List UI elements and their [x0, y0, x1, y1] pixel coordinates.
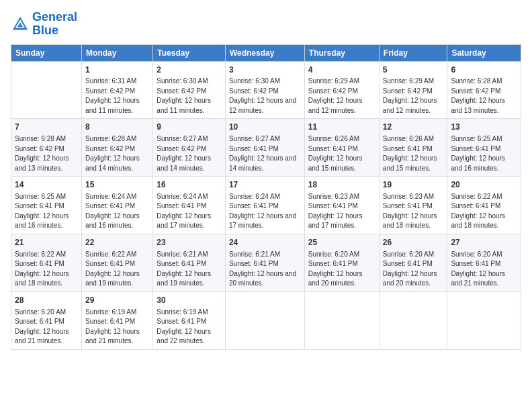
cell-details: Sunrise: 6:20 AMSunset: 6:41 PMDaylight:… [383, 250, 444, 289]
cell-details: Sunrise: 6:26 AMSunset: 6:41 PMDaylight:… [383, 134, 444, 173]
day-number: 22 [85, 237, 149, 248]
day-number: 2 [157, 64, 222, 76]
calendar-cell: 4Sunrise: 6:29 AMSunset: 6:42 PMDaylight… [304, 61, 379, 119]
cell-details: Sunrise: 6:30 AMSunset: 6:42 PMDaylight:… [229, 77, 301, 116]
calendar-cell [304, 291, 379, 349]
calendar-cell: 9Sunrise: 6:27 AMSunset: 6:42 PMDaylight… [153, 119, 226, 177]
cell-details: Sunrise: 6:28 AMSunset: 6:42 PMDaylight:… [451, 77, 517, 116]
cell-details: Sunrise: 6:24 AMSunset: 6:41 PMDaylight:… [229, 192, 301, 231]
week-row-1: 7Sunrise: 6:28 AMSunset: 6:42 PMDaylight… [11, 119, 521, 177]
calendar-cell: 6Sunrise: 6:28 AMSunset: 6:42 PMDaylight… [447, 61, 521, 119]
calendar-cell: 22Sunrise: 6:22 AMSunset: 6:41 PMDayligh… [82, 234, 153, 291]
calendar-cell: 28Sunrise: 6:20 AMSunset: 6:41 PMDayligh… [11, 291, 82, 349]
cell-details: Sunrise: 6:22 AMSunset: 6:41 PMDaylight:… [85, 250, 149, 289]
day-number: 8 [85, 122, 149, 133]
header: General Blue [11, 11, 521, 38]
day-number: 4 [308, 64, 375, 76]
calendar-cell: 25Sunrise: 6:20 AMSunset: 6:41 PMDayligh… [304, 234, 379, 291]
calendar-cell [11, 61, 82, 119]
cell-details: Sunrise: 6:22 AMSunset: 6:41 PMDaylight:… [15, 250, 78, 289]
page: General Blue SundayMondayTuesdayWednesda… [0, 0, 532, 411]
logo: General Blue [11, 11, 77, 38]
calendar-table: SundayMondayTuesdayWednesdayThursdayFrid… [11, 44, 521, 350]
week-row-3: 21Sunrise: 6:22 AMSunset: 6:41 PMDayligh… [11, 234, 521, 291]
cell-details: Sunrise: 6:19 AMSunset: 6:41 PMDaylight:… [157, 308, 222, 347]
calendar-cell: 27Sunrise: 6:20 AMSunset: 6:41 PMDayligh… [447, 234, 521, 291]
calendar-cell: 20Sunrise: 6:22 AMSunset: 6:41 PMDayligh… [447, 177, 521, 234]
cell-details: Sunrise: 6:25 AMSunset: 6:41 PMDaylight:… [451, 134, 517, 173]
week-row-4: 28Sunrise: 6:20 AMSunset: 6:41 PMDayligh… [11, 291, 521, 349]
calendar-cell: 17Sunrise: 6:24 AMSunset: 6:41 PMDayligh… [225, 177, 304, 234]
calendar-cell: 23Sunrise: 6:21 AMSunset: 6:41 PMDayligh… [153, 234, 226, 291]
calendar-cell: 5Sunrise: 6:29 AMSunset: 6:42 PMDaylight… [379, 61, 447, 119]
calendar-cell: 16Sunrise: 6:24 AMSunset: 6:41 PMDayligh… [153, 177, 226, 234]
col-header-thursday: Thursday [304, 44, 379, 61]
day-number: 7 [15, 122, 78, 133]
cell-details: Sunrise: 6:27 AMSunset: 6:41 PMDaylight:… [229, 134, 301, 173]
day-number: 27 [451, 237, 517, 248]
calendar-cell: 19Sunrise: 6:23 AMSunset: 6:41 PMDayligh… [379, 177, 447, 234]
calendar-cell [379, 291, 447, 349]
cell-details: Sunrise: 6:26 AMSunset: 6:41 PMDaylight:… [308, 134, 375, 173]
calendar-cell: 3Sunrise: 6:30 AMSunset: 6:42 PMDaylight… [225, 61, 304, 119]
calendar-cell: 15Sunrise: 6:24 AMSunset: 6:41 PMDayligh… [82, 177, 153, 234]
calendar-cell: 11Sunrise: 6:26 AMSunset: 6:41 PMDayligh… [304, 119, 379, 177]
day-number: 24 [229, 237, 301, 248]
day-number: 28 [15, 295, 78, 306]
cell-details: Sunrise: 6:24 AMSunset: 6:41 PMDaylight:… [85, 192, 149, 231]
cell-details: Sunrise: 6:28 AMSunset: 6:42 PMDaylight:… [15, 134, 78, 173]
calendar-cell: 14Sunrise: 6:25 AMSunset: 6:41 PMDayligh… [11, 177, 82, 234]
day-number: 21 [15, 237, 78, 248]
cell-details: Sunrise: 6:29 AMSunset: 6:42 PMDaylight:… [308, 77, 375, 116]
day-number: 17 [229, 179, 301, 191]
calendar-cell: 26Sunrise: 6:20 AMSunset: 6:41 PMDayligh… [379, 234, 447, 291]
day-number: 15 [85, 179, 149, 191]
cell-details: Sunrise: 6:30 AMSunset: 6:42 PMDaylight:… [157, 77, 222, 116]
calendar-cell [447, 291, 521, 349]
cell-details: Sunrise: 6:22 AMSunset: 6:41 PMDaylight:… [451, 192, 517, 231]
calendar-cell: 1Sunrise: 6:31 AMSunset: 6:42 PMDaylight… [82, 61, 153, 119]
logo-text: General Blue [32, 11, 77, 38]
cell-details: Sunrise: 6:31 AMSunset: 6:42 PMDaylight:… [85, 77, 149, 116]
col-header-monday: Monday [82, 44, 153, 61]
day-number: 14 [15, 179, 78, 191]
day-number: 29 [85, 295, 149, 306]
calendar-cell: 29Sunrise: 6:19 AMSunset: 6:41 PMDayligh… [82, 291, 153, 349]
cell-details: Sunrise: 6:29 AMSunset: 6:42 PMDaylight:… [383, 77, 444, 116]
calendar-cell: 13Sunrise: 6:25 AMSunset: 6:41 PMDayligh… [447, 119, 521, 177]
col-header-sunday: Sunday [11, 44, 82, 61]
cell-details: Sunrise: 6:28 AMSunset: 6:42 PMDaylight:… [85, 134, 149, 173]
cell-details: Sunrise: 6:24 AMSunset: 6:41 PMDaylight:… [157, 192, 222, 231]
col-header-tuesday: Tuesday [153, 44, 226, 61]
cell-details: Sunrise: 6:25 AMSunset: 6:41 PMDaylight:… [15, 192, 78, 231]
day-number: 19 [383, 179, 444, 191]
day-number: 1 [85, 64, 149, 76]
cell-details: Sunrise: 6:20 AMSunset: 6:41 PMDaylight:… [451, 250, 517, 289]
cell-details: Sunrise: 6:21 AMSunset: 6:41 PMDaylight:… [157, 250, 222, 289]
day-number: 11 [308, 122, 375, 133]
day-number: 25 [308, 237, 375, 248]
logo-icon [11, 15, 30, 34]
day-number: 9 [157, 122, 222, 133]
calendar-cell: 10Sunrise: 6:27 AMSunset: 6:41 PMDayligh… [225, 119, 304, 177]
calendar-cell: 21Sunrise: 6:22 AMSunset: 6:41 PMDayligh… [11, 234, 82, 291]
week-row-0: 1Sunrise: 6:31 AMSunset: 6:42 PMDaylight… [11, 61, 521, 119]
calendar-cell: 24Sunrise: 6:21 AMSunset: 6:41 PMDayligh… [225, 234, 304, 291]
header-row: SundayMondayTuesdayWednesdayThursdayFrid… [11, 44, 521, 61]
calendar-cell: 7Sunrise: 6:28 AMSunset: 6:42 PMDaylight… [11, 119, 82, 177]
calendar-cell: 18Sunrise: 6:23 AMSunset: 6:41 PMDayligh… [304, 177, 379, 234]
day-number: 23 [157, 237, 222, 248]
day-number: 16 [157, 179, 222, 191]
cell-details: Sunrise: 6:19 AMSunset: 6:41 PMDaylight:… [85, 308, 149, 347]
col-header-friday: Friday [379, 44, 447, 61]
cell-details: Sunrise: 6:20 AMSunset: 6:41 PMDaylight:… [308, 250, 375, 289]
day-number: 13 [451, 122, 517, 133]
cell-details: Sunrise: 6:20 AMSunset: 6:41 PMDaylight:… [15, 308, 78, 347]
week-row-2: 14Sunrise: 6:25 AMSunset: 6:41 PMDayligh… [11, 177, 521, 234]
cell-details: Sunrise: 6:23 AMSunset: 6:41 PMDaylight:… [383, 192, 444, 231]
cell-details: Sunrise: 6:27 AMSunset: 6:42 PMDaylight:… [157, 134, 222, 173]
day-number: 3 [229, 64, 301, 76]
cell-details: Sunrise: 6:21 AMSunset: 6:41 PMDaylight:… [229, 250, 301, 289]
day-number: 30 [157, 295, 222, 306]
calendar-cell: 8Sunrise: 6:28 AMSunset: 6:42 PMDaylight… [82, 119, 153, 177]
